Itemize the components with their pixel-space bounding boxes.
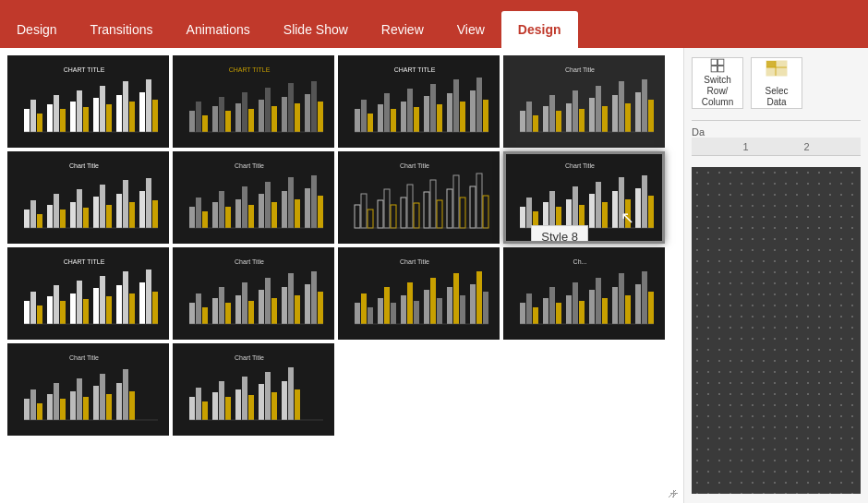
chart-style-12[interactable]: Ch... xyxy=(503,247,665,340)
tab-slideshow[interactable]: Slide Show xyxy=(267,11,365,48)
svg-rect-279 xyxy=(718,66,724,72)
chart-style-2[interactable]: CHART TITLE xyxy=(173,55,334,148)
svg-rect-136 xyxy=(470,186,476,228)
svg-rect-54 xyxy=(453,79,459,132)
chart-style-13[interactable]: Chart Title xyxy=(7,343,169,436)
svg-rect-168 xyxy=(77,281,82,324)
svg-rect-44 xyxy=(378,104,383,132)
svg-rect-259 xyxy=(196,388,201,420)
svg-rect-8 xyxy=(77,90,82,132)
chart-style-4[interactable]: Chart Title xyxy=(503,55,665,148)
svg-rect-176 xyxy=(139,282,145,324)
switch-row-column-button[interactable]: Switch Row/ Column xyxy=(692,57,743,109)
chart-style-6[interactable]: Chart Title xyxy=(173,151,334,244)
svg-rect-185 xyxy=(219,287,224,324)
select-data-label: Selec xyxy=(765,86,788,97)
svg-rect-42 xyxy=(361,100,367,132)
chart-style-8[interactable]: Chart Title xyxy=(503,151,665,244)
svg-rect-17 xyxy=(146,79,151,132)
svg-rect-81 xyxy=(24,210,30,228)
svg-rect-96 xyxy=(139,191,145,228)
svg-rect-209 xyxy=(414,301,419,324)
svg-rect-128 xyxy=(407,185,413,228)
tab-review[interactable]: Review xyxy=(365,11,440,48)
chart-style-3[interactable]: CHART TITLE xyxy=(338,55,500,148)
svg-rect-243 xyxy=(37,403,42,420)
svg-rect-122 xyxy=(361,194,367,228)
svg-rect-123 xyxy=(368,210,373,228)
svg-rect-97 xyxy=(146,178,151,228)
svg-rect-181 xyxy=(189,303,195,324)
svg-rect-278 xyxy=(711,66,717,72)
svg-rect-16 xyxy=(139,92,145,132)
svg-rect-104 xyxy=(212,202,218,228)
select-data-button[interactable]: Selec Data xyxy=(751,57,802,109)
svg-rect-272 xyxy=(295,389,300,420)
svg-rect-149 xyxy=(579,205,585,228)
svg-rect-152 xyxy=(602,202,608,228)
svg-rect-51 xyxy=(430,84,436,132)
svg-rect-191 xyxy=(265,278,271,324)
svg-rect-47 xyxy=(401,102,406,132)
chart-style-9[interactable]: CHART TITLE xyxy=(7,247,169,340)
svg-rect-227 xyxy=(566,295,572,324)
svg-rect-29 xyxy=(248,109,254,132)
tab-design-active[interactable]: Design xyxy=(501,11,578,48)
chart-style-11[interactable]: Chart Title xyxy=(338,247,500,340)
svg-text:Chart Title: Chart Title xyxy=(69,354,99,361)
tab-view[interactable]: View xyxy=(440,11,501,48)
svg-rect-167 xyxy=(70,293,76,324)
svg-rect-258 xyxy=(189,397,195,420)
svg-rect-7 xyxy=(70,102,76,132)
svg-rect-205 xyxy=(384,287,390,324)
svg-rect-66 xyxy=(556,111,561,132)
svg-rect-165 xyxy=(54,285,59,324)
svg-rect-34 xyxy=(288,83,294,132)
svg-rect-74 xyxy=(619,81,624,132)
svg-rect-61 xyxy=(520,111,525,132)
chart-style-10[interactable]: Chart Title xyxy=(173,247,334,340)
svg-rect-155 xyxy=(625,199,631,228)
chart-style-14[interactable]: Chart Title xyxy=(173,343,334,436)
svg-rect-89 xyxy=(83,208,89,228)
svg-rect-27 xyxy=(235,103,241,132)
resize-handle[interactable] xyxy=(667,486,678,497)
svg-rect-146 xyxy=(556,207,561,228)
chart-style-1[interactable]: CHART TITLE xyxy=(7,55,169,148)
svg-rect-249 xyxy=(83,397,89,420)
svg-rect-77 xyxy=(642,79,647,132)
tab-design-left[interactable]: Design xyxy=(0,11,74,48)
svg-rect-213 xyxy=(447,287,452,324)
svg-rect-228 xyxy=(573,282,578,324)
svg-rect-207 xyxy=(401,295,406,324)
svg-rect-218 xyxy=(483,292,488,324)
svg-rect-9 xyxy=(83,107,89,132)
svg-rect-88 xyxy=(77,189,82,228)
svg-rect-241 xyxy=(24,399,30,420)
svg-rect-153 xyxy=(612,191,618,228)
svg-rect-111 xyxy=(265,182,271,228)
svg-rect-21 xyxy=(189,111,195,132)
svg-rect-126 xyxy=(391,205,396,228)
svg-rect-18 xyxy=(152,100,158,132)
svg-rect-171 xyxy=(100,276,105,324)
svg-rect-127 xyxy=(401,198,406,228)
tab-transitions[interactable]: Transitions xyxy=(74,11,170,48)
svg-rect-67 xyxy=(566,103,572,132)
svg-rect-22 xyxy=(196,102,201,132)
svg-rect-33 xyxy=(282,97,287,132)
svg-rect-156 xyxy=(635,188,641,228)
svg-rect-92 xyxy=(106,205,112,228)
svg-rect-10 xyxy=(93,98,99,132)
svg-rect-12 xyxy=(106,104,112,132)
svg-rect-78 xyxy=(648,100,654,132)
chart-style-5[interactable]: Chart Title xyxy=(7,151,169,244)
chart-style-7[interactable]: Chart Title xyxy=(338,151,500,244)
svg-rect-14 xyxy=(123,81,128,132)
chart-grid-container: CHART TITLE xyxy=(0,48,683,503)
ribbon-tabs[interactable]: Design Transitions Animations Slide Show… xyxy=(0,0,868,48)
svg-rect-63 xyxy=(533,115,538,132)
svg-rect-230 xyxy=(589,290,595,324)
tab-animations[interactable]: Animations xyxy=(170,11,267,48)
svg-rect-53 xyxy=(447,93,452,132)
